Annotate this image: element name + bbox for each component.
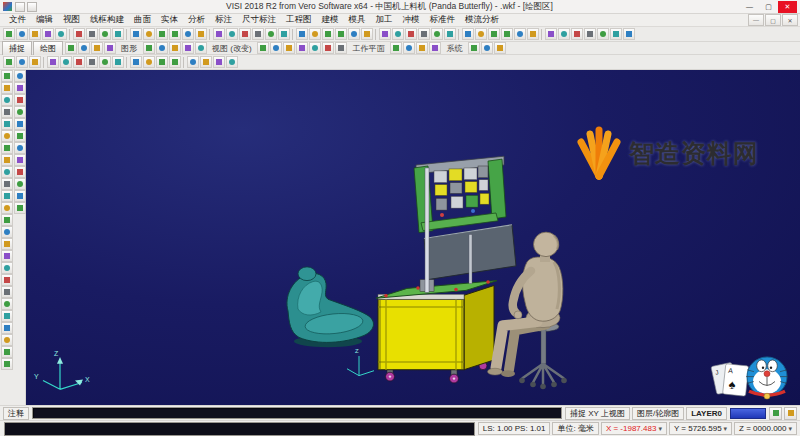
toolbar-icon[interactable] bbox=[1, 202, 13, 214]
toolbar-icon[interactable] bbox=[1, 310, 13, 322]
toolbar-icon[interactable] bbox=[239, 28, 251, 40]
toolbar-icon[interactable] bbox=[14, 178, 26, 190]
toolbar-icon[interactable] bbox=[1, 358, 13, 370]
toolbar-icon[interactable] bbox=[156, 42, 168, 54]
toolbar-icon[interactable] bbox=[1, 106, 13, 118]
toolbar-icon[interactable] bbox=[226, 28, 238, 40]
toolbar-icon[interactable] bbox=[610, 28, 622, 40]
toolbar-icon[interactable] bbox=[252, 28, 264, 40]
chevron-down-icon[interactable] bbox=[724, 424, 728, 433]
toolbar-icon[interactable] bbox=[597, 28, 609, 40]
toolbar-icon[interactable] bbox=[309, 42, 321, 54]
toolbar-icon[interactable] bbox=[361, 28, 373, 40]
toolbar-icon[interactable] bbox=[403, 42, 415, 54]
menu-item[interactable]: 实体 bbox=[156, 14, 183, 26]
toolbar-icon[interactable] bbox=[1, 286, 13, 298]
toolbar-icon[interactable] bbox=[475, 28, 487, 40]
toolbar-icon[interactable] bbox=[1, 94, 13, 106]
menu-item[interactable]: 编辑 bbox=[31, 14, 58, 26]
toolbar-icon[interactable] bbox=[143, 56, 155, 68]
coordinate-z[interactable]: Z = 0000.000 bbox=[734, 422, 797, 435]
toolbar-icon[interactable] bbox=[335, 28, 347, 40]
toolbar-icon[interactable] bbox=[182, 28, 194, 40]
toolbar-icon[interactable] bbox=[29, 56, 41, 68]
child-close-button[interactable]: ✕ bbox=[782, 14, 798, 26]
toolbar-icon[interactable] bbox=[14, 190, 26, 202]
toolbar-icon[interactable] bbox=[16, 56, 28, 68]
toolbar-icon[interactable] bbox=[14, 130, 26, 142]
toolbar-icon[interactable] bbox=[462, 28, 474, 40]
toolbar-icon[interactable] bbox=[195, 28, 207, 40]
toolbar-icon[interactable] bbox=[1, 238, 13, 250]
toolbar-icon[interactable] bbox=[1, 142, 13, 154]
units-indicator[interactable]: 单位: 毫米 bbox=[552, 422, 598, 435]
toolbar-icon[interactable] bbox=[3, 28, 15, 40]
toolbar-icon[interactable] bbox=[156, 28, 168, 40]
menu-item[interactable]: 工程图 bbox=[281, 14, 317, 26]
chevron-down-icon[interactable] bbox=[788, 424, 792, 433]
menu-item[interactable]: 文件 bbox=[4, 14, 31, 26]
toolbar-icon[interactable] bbox=[416, 42, 428, 54]
toolbar-icon[interactable] bbox=[200, 56, 212, 68]
toolbar-icon[interactable] bbox=[488, 28, 500, 40]
toolbar-icon[interactable] bbox=[60, 56, 72, 68]
menu-item[interactable]: 加工 bbox=[371, 14, 398, 26]
menu-item[interactable]: 模流分析 bbox=[460, 14, 504, 26]
toolbar-icon[interactable] bbox=[265, 28, 277, 40]
toolbar-icon[interactable] bbox=[278, 28, 290, 40]
toolbar-icon[interactable] bbox=[1, 190, 13, 202]
toolbar-icon[interactable] bbox=[195, 42, 207, 54]
toolbar-icon[interactable] bbox=[42, 28, 54, 40]
coordinate-x[interactable]: X = -1987.483 bbox=[601, 422, 667, 435]
toolbar-icon[interactable] bbox=[335, 42, 347, 54]
toolbar-icon[interactable] bbox=[226, 56, 238, 68]
toolbar-icon[interactable] bbox=[296, 28, 308, 40]
toolbar-icon[interactable] bbox=[29, 28, 41, 40]
toolbar-icon[interactable] bbox=[86, 28, 98, 40]
toolbar-icon[interactable] bbox=[322, 42, 334, 54]
toolbar-icon[interactable] bbox=[78, 42, 90, 54]
menu-item[interactable]: 视图 bbox=[58, 14, 85, 26]
child-minimize-button[interactable]: — bbox=[748, 14, 764, 26]
toolbar-icon[interactable] bbox=[14, 166, 26, 178]
toolbar-icon[interactable] bbox=[527, 28, 539, 40]
toolbar-icon[interactable] bbox=[1, 118, 13, 130]
toolbar-icon[interactable] bbox=[1, 214, 13, 226]
toolbar-icon[interactable] bbox=[169, 28, 181, 40]
toolbar-icon[interactable] bbox=[14, 154, 26, 166]
toolbar-icon[interactable] bbox=[1, 274, 13, 286]
toolbar-icon[interactable] bbox=[182, 42, 194, 54]
view-mode-indicator[interactable]: 图层/轮廓图 bbox=[632, 407, 684, 420]
menu-item[interactable]: 分析 bbox=[183, 14, 210, 26]
toolbar-icon[interactable] bbox=[130, 28, 142, 40]
toolbar-icon[interactable] bbox=[283, 42, 295, 54]
toolbar-icon[interactable] bbox=[130, 56, 142, 68]
toolbar-icon[interactable] bbox=[187, 56, 199, 68]
toolbar-icon[interactable] bbox=[55, 28, 67, 40]
toolbar-icon[interactable] bbox=[143, 42, 155, 54]
close-button[interactable]: ✕ bbox=[778, 1, 797, 13]
toolbar-icon[interactable] bbox=[1, 262, 13, 274]
toolbar-icon[interactable] bbox=[1, 334, 13, 346]
toolbar-tab[interactable]: 捕捉 bbox=[2, 41, 32, 56]
toolbar-icon[interactable] bbox=[213, 28, 225, 40]
toolbar-icon[interactable] bbox=[468, 42, 480, 54]
menu-item[interactable]: 建模 bbox=[317, 14, 344, 26]
toolbar-icon[interactable] bbox=[270, 42, 282, 54]
snap-indicator[interactable]: 捕捉 XY 上视图 bbox=[565, 407, 630, 420]
menu-item[interactable]: 曲面 bbox=[129, 14, 156, 26]
toolbar-icon[interactable] bbox=[156, 56, 168, 68]
toolbar-icon[interactable] bbox=[296, 42, 308, 54]
toolbar-icon[interactable] bbox=[99, 28, 111, 40]
toolbar-icon[interactable] bbox=[1, 70, 13, 82]
toolbar-icon[interactable] bbox=[169, 56, 181, 68]
toolbar-icon[interactable] bbox=[14, 70, 26, 82]
toolbar-icon[interactable] bbox=[1, 298, 13, 310]
toolbar-icon[interactable] bbox=[584, 28, 596, 40]
toolbar-icon[interactable] bbox=[429, 42, 441, 54]
toolbar-icon[interactable] bbox=[3, 56, 15, 68]
toolbar-icon[interactable] bbox=[431, 28, 443, 40]
toolbar-icon[interactable] bbox=[112, 56, 124, 68]
toolbar-icon[interactable] bbox=[73, 28, 85, 40]
toolbar-icon[interactable] bbox=[14, 82, 26, 94]
